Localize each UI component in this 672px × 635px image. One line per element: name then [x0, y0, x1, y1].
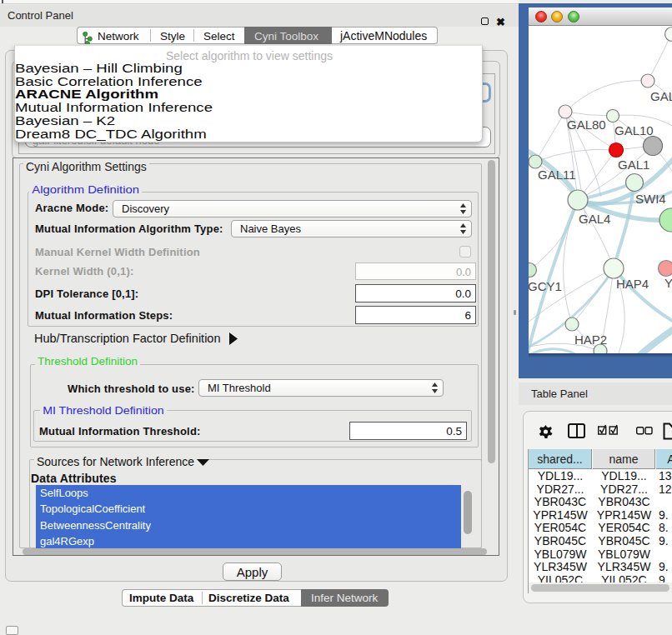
svg-text:GAL1: GAL1	[618, 158, 649, 172]
svg-text:HAP2: HAP2	[574, 332, 607, 347]
svg-text:GAL7: GAL7	[650, 89, 672, 103]
svg-text:GAL10: GAL10	[614, 123, 654, 138]
svg-text:GAL11: GAL11	[538, 168, 576, 182]
svg-text:HAP4: HAP4	[616, 277, 649, 291]
svg-text:GCY1: GCY1	[529, 279, 562, 293]
svg-text:YD: YD	[664, 276, 672, 290]
svg-text:GAL4: GAL4	[579, 212, 610, 226]
svg-text:GAL80: GAL80	[567, 118, 606, 132]
svg-text:SWI4: SWI4	[635, 192, 666, 206]
